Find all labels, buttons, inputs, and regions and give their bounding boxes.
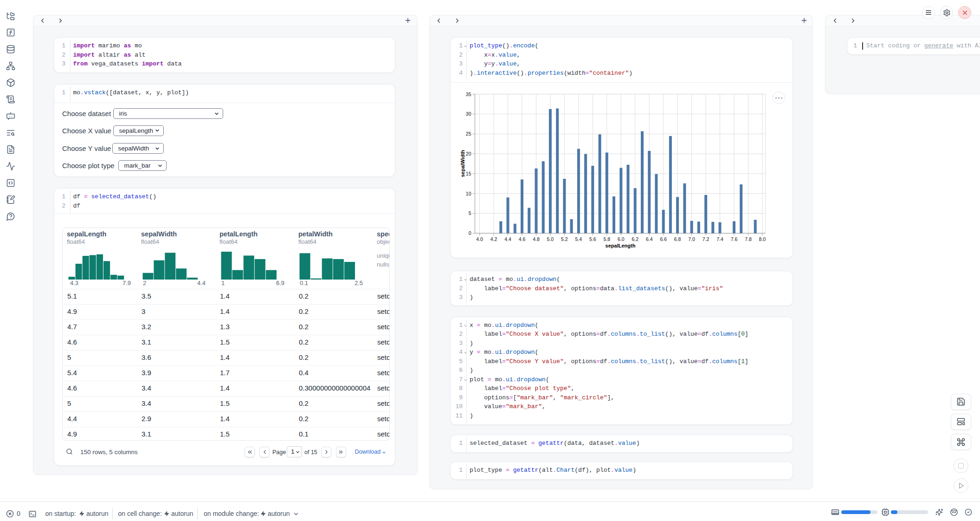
svg-text:4.2: 4.2 (490, 236, 497, 242)
svg-text:6.8: 6.8 (674, 236, 681, 242)
svg-text:4.8: 4.8 (533, 236, 540, 242)
svg-text:20: 20 (466, 151, 471, 156)
svg-text:4.0: 4.0 (476, 236, 483, 242)
svg-text:25: 25 (466, 131, 471, 137)
svg-text:5.0: 5.0 (547, 236, 554, 242)
svg-text:7.0: 7.0 (688, 236, 695, 242)
svg-text:7.4: 7.4 (716, 236, 723, 242)
svg-text:7.6: 7.6 (731, 236, 738, 242)
svg-text:0: 0 (469, 230, 471, 236)
svg-text:30: 30 (466, 111, 471, 117)
svg-text:6.0: 6.0 (618, 236, 625, 242)
svg-text:5: 5 (469, 210, 471, 216)
svg-text:5.8: 5.8 (603, 236, 610, 242)
svg-text:35: 35 (466, 91, 471, 97)
svg-text:6.6: 6.6 (660, 236, 667, 242)
svg-text:5.6: 5.6 (589, 236, 596, 242)
svg-text:15: 15 (466, 171, 471, 176)
svg-text:7.8: 7.8 (745, 236, 752, 242)
svg-text:sepalLength: sepalLength (606, 243, 636, 248)
svg-text:4.6: 4.6 (519, 236, 526, 242)
svg-text:sepalWidth: sepalWidth (460, 150, 465, 177)
svg-text:7.2: 7.2 (703, 236, 709, 242)
svg-text:4.4: 4.4 (504, 236, 511, 242)
svg-text:10: 10 (466, 191, 471, 196)
svg-text:8.0: 8.0 (759, 236, 766, 242)
svg-text:5.2: 5.2 (561, 236, 568, 242)
svg-text:5.4: 5.4 (575, 236, 582, 242)
svg-text:6.2: 6.2 (632, 236, 638, 242)
svg-text:6.4: 6.4 (646, 236, 653, 242)
